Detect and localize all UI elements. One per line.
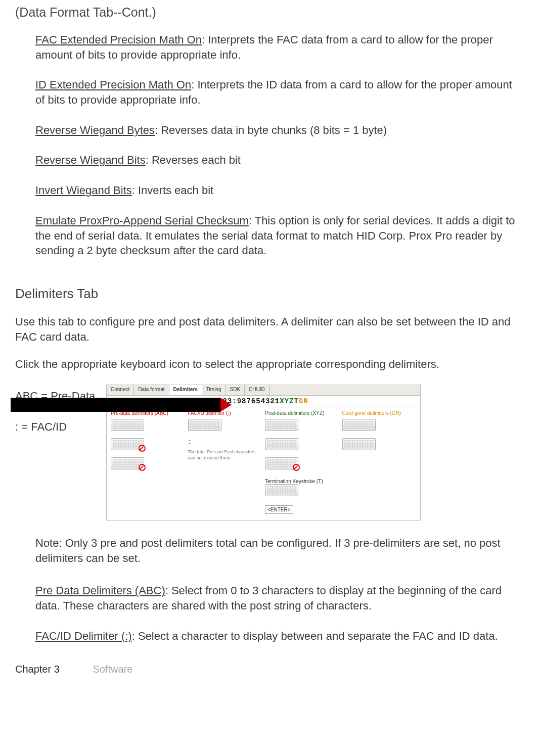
footer-chapter: Chapter 3 (15, 664, 60, 675)
side-label-facid: : = FAC/ID (15, 420, 106, 434)
sample-xyz: XYZT (280, 397, 299, 405)
col-gone-title: Card gone delimiters (GN) (342, 410, 417, 416)
delimiters-app-screenshot: Connect Data format Delimiters Timing SD… (106, 385, 421, 521)
term-rev-bytes: Reverse Wiegand Bytes (35, 124, 155, 136)
entry-rev-bytes: Reverse Wiegand Bytes: Reverses data in … (35, 123, 524, 138)
term-pre-data: Pre Data Delimiters (ABC) (35, 584, 165, 597)
callout-arrow-icon (220, 398, 232, 412)
col-pre: Pre-data delimiters (ABC) (111, 410, 185, 514)
continuation-heading: (Data Format Tab--Cont.) (15, 5, 524, 20)
keyboard-icon-disabled[interactable] (265, 457, 298, 469)
sample-colon: : (232, 397, 237, 405)
keyboard-icon[interactable] (265, 419, 298, 431)
col-post: Post-data delimiters (XYZ) Termination K… (265, 410, 339, 514)
desc-facid-delim: : Select a character to display between … (132, 630, 498, 642)
keyboard-icon[interactable] (342, 419, 376, 431)
keyboard-icon[interactable] (342, 438, 376, 450)
entry-fac-ext: FAC Extended Precision Math On: Interpre… (35, 32, 524, 62)
col-facid: FAC/ID delimiter (:) : The total Pre and… (188, 410, 262, 514)
keyboard-icon[interactable] (188, 419, 221, 431)
keyboard-icon[interactable] (265, 438, 298, 450)
desc-inv-bits: : Inverts each bit (132, 184, 213, 197)
col-post-title: Post-data delimiters (XYZ) (265, 410, 339, 416)
keyboard-icon[interactable] (111, 419, 144, 431)
termination-label: Termination Keystroke (T) (265, 479, 339, 484)
keyboard-icon-disabled[interactable] (111, 457, 144, 469)
footer-software: Software (93, 664, 132, 675)
keyboard-icon-disabled[interactable] (111, 438, 144, 450)
delimiters-intro: Use this tab to configure pre and post d… (15, 314, 524, 344)
app-tabstrip: Connect Data format Delimiters Timing SD… (107, 385, 420, 396)
keyboard-icon[interactable] (265, 484, 298, 496)
desc-rev-bytes: : Reverses data in byte chunks (8 bits =… (155, 124, 387, 136)
desc-rev-bits: : Reverses each bit (146, 154, 241, 166)
entry-rev-bits: Reverse Wiegand Bits: Reverses each bit (35, 153, 524, 168)
termination-value: <ENTER> (265, 505, 293, 514)
callout-bar (11, 398, 220, 412)
col-gone: Card gone delimiters (GN) (342, 410, 417, 514)
section-delimiters-title: Delimiters Tab (15, 286, 524, 302)
term-facid-delim: FAC/ID Delimiter (:) (35, 630, 132, 642)
tab-chuid[interactable]: CHUID (245, 385, 270, 395)
tab-data-format[interactable]: Data format (134, 385, 169, 395)
entry-id-ext: ID Extended Precision Math On: Interpret… (35, 77, 524, 107)
pre-post-limit-note: The total Pre and Post characters can no… (188, 449, 262, 461)
delimiter-limit-note: Note: Only 3 pre and post delimiters tot… (35, 536, 524, 565)
term-inv-bits: Invert Wiegand Bits (35, 184, 132, 197)
tab-sdk[interactable]: SDK (226, 385, 245, 395)
entry-emulate: Emulate ProxPro-Append Serial Checksum: … (35, 213, 524, 258)
tab-timing[interactable]: Timing (202, 385, 226, 395)
entry-pre-data: Pre Data Delimiters (ABC): Select from 0… (35, 583, 524, 613)
entry-facid-delim: FAC/ID Delimiter (:): Select a character… (35, 629, 524, 644)
entry-inv-bits: Invert Wiegand Bits: Inverts each bit (35, 183, 524, 198)
sample-id: 987654321 (237, 397, 280, 405)
delimiters-click: Click the appropriate keyboard icon to s… (15, 357, 524, 372)
facid-value: : (189, 438, 262, 445)
tab-delimiters[interactable]: Delimiters (169, 385, 202, 395)
term-rev-bits: Reverse Wiegand Bits (35, 154, 146, 166)
term-fac-ext: FAC Extended Precision Math On (35, 33, 202, 46)
sample-gn: GN (299, 397, 308, 405)
tab-connect[interactable]: Connect (107, 385, 134, 395)
term-emulate: Emulate ProxPro-Append Serial Checksum (35, 214, 249, 227)
term-id-ext: ID Extended Precision Math On (35, 78, 191, 91)
page-footer: Chapter 3 Software (15, 664, 524, 675)
